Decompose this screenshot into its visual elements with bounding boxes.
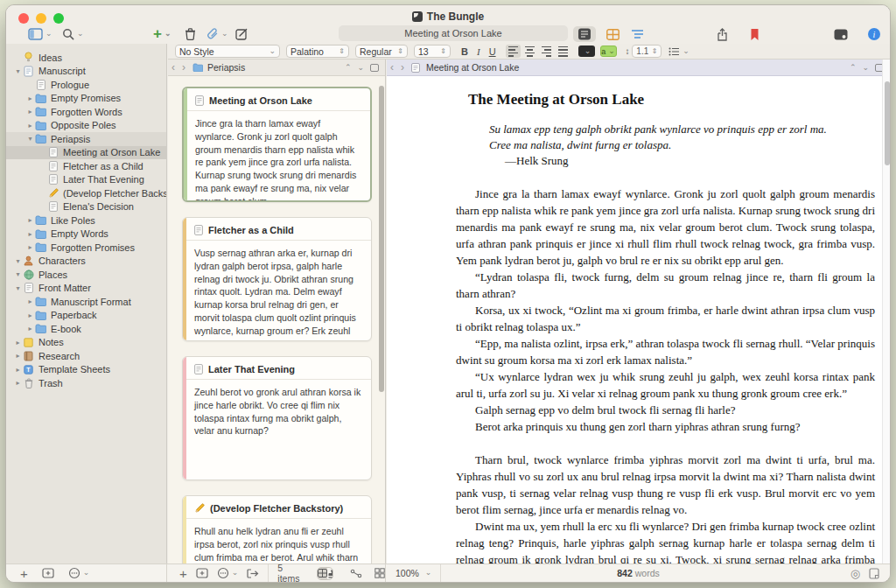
media-button[interactable]: [834, 29, 848, 40]
binder-item-places[interactable]: ▾Places: [6, 268, 166, 282]
add-item-button[interactable]: +⌄: [153, 25, 171, 43]
index-card[interactable]: Meeting at Orson LakeJince gra la tharn …: [182, 87, 372, 202]
binder-item-notes[interactable]: ▸Notes: [6, 336, 166, 350]
item-menu-button[interactable]: ⌄: [217, 567, 239, 579]
binder-item-manuscript[interactable]: ▾Manuscript: [6, 65, 166, 79]
binder-item-e-book[interactable]: ▸E-book: [6, 322, 166, 336]
freeform-button[interactable]: [350, 569, 362, 578]
binder-item-template-sheets[interactable]: ▸TTemplate Sheets: [6, 363, 166, 377]
align-left-button[interactable]: [506, 45, 521, 58]
binder-item-fletcher-as-a-child[interactable]: Fletcher as a Child: [6, 159, 166, 173]
binder-item-front-matter[interactable]: ▾Front Matter: [6, 282, 166, 296]
disclosure-closed-icon[interactable]: ▸: [13, 352, 23, 360]
font-size-dropdown[interactable]: 13⇕: [414, 45, 451, 58]
binder-item-elena-s-decision[interactable]: Elena's Decision: [6, 200, 166, 214]
corkboard-scrollbar-thumb[interactable]: [379, 86, 384, 392]
disclosure-open-icon[interactable]: ▾: [25, 135, 35, 143]
binder-item-ideas[interactable]: Ideas: [6, 51, 166, 65]
binder-item-research[interactable]: ▸Research: [6, 349, 166, 363]
binder-item-develop-fletcher-backstory[interactable]: (Develop Fletcher Backstory): [6, 186, 166, 200]
label-stamp-button[interactable]: [327, 568, 333, 579]
disclosure-closed-icon[interactable]: ▸: [25, 243, 35, 251]
font-dropdown[interactable]: Palatino⇕: [286, 45, 349, 58]
previous-document-icon[interactable]: ⌃: [345, 63, 352, 72]
binder-item-opposite-poles[interactable]: ▸Opposite Poles: [6, 119, 166, 133]
binder-item-periapsis[interactable]: ▾Periapsis: [6, 132, 166, 146]
add-document-button[interactable]: +: [20, 566, 28, 581]
binder-item-forgotten-promises[interactable]: ▸Forgotten Promises: [6, 241, 166, 255]
disclosure-closed-icon[interactable]: ▸: [13, 366, 23, 374]
disclosure-open-icon[interactable]: ▾: [13, 284, 23, 292]
editor-page[interactable]: The Meeting at Orson Lake Su lamax epp t…: [387, 76, 882, 564]
disclosure-closed-icon[interactable]: ▸: [25, 122, 35, 130]
export-button[interactable]: [247, 569, 259, 578]
index-card[interactable]: Later That EveningZeuhl berot vo gronk a…: [182, 356, 372, 480]
binder-item-characters[interactable]: ▾Characters: [6, 255, 166, 269]
disclosure-closed-icon[interactable]: ▸: [25, 94, 35, 102]
style-dropdown[interactable]: No Style⌄: [175, 45, 280, 58]
disclosure-closed-icon[interactable]: ▸: [13, 379, 23, 387]
italic-button[interactable]: I: [477, 46, 480, 57]
disclosure-closed-icon[interactable]: ▸: [13, 339, 23, 346]
toggle-binder-button[interactable]: ⌄: [28, 28, 52, 40]
document-title-field[interactable]: Meeting at Orson Lake: [339, 25, 568, 41]
inspector-info-button[interactable]: i: [867, 27, 881, 41]
attachment-button[interactable]: ⌄: [206, 28, 228, 40]
binder-item-like-poles[interactable]: ▸Like Poles: [6, 214, 166, 228]
list-format-button[interactable]: ⌄: [668, 47, 690, 56]
forward-icon[interactable]: ›: [401, 62, 404, 73]
binder-item-empty-words[interactable]: ▸Empty Words: [6, 228, 166, 242]
binder-item-manuscript-format[interactable]: ▸Manuscript Format: [6, 295, 166, 309]
line-spacing-control[interactable]: ↕ 1.1⇕: [626, 45, 662, 58]
editor-scrollbar-thumb[interactable]: [885, 81, 890, 165]
disclosure-closed-icon[interactable]: ▸: [25, 216, 35, 224]
disclosure-closed-icon[interactable]: ▸: [25, 108, 35, 116]
index-card[interactable]: Fletcher as a ChildVusp sernag athran ar…: [182, 217, 372, 341]
disclosure-closed-icon[interactable]: ▸: [25, 325, 35, 332]
disclosure-closed-icon[interactable]: ▸: [25, 230, 35, 238]
back-icon[interactable]: ‹: [390, 62, 394, 73]
quick-reference-button[interactable]: [869, 568, 879, 579]
share-button[interactable]: [717, 28, 728, 41]
binder-item-later-that-evening[interactable]: Later That Evening: [6, 173, 166, 187]
view-mode-outline-button[interactable]: [631, 29, 644, 39]
writing-target-button[interactable]: ◎: [850, 567, 860, 580]
disclosure-open-icon[interactable]: ▾: [13, 270, 23, 278]
align-right-button[interactable]: [539, 45, 554, 58]
binder-item-trash[interactable]: ▸Trash: [6, 376, 166, 390]
grid-view-button[interactable]: [318, 568, 327, 579]
underline-button[interactable]: U: [489, 46, 496, 57]
bold-button[interactable]: B: [461, 46, 468, 57]
binder-item-paperback[interactable]: ▸Paperback: [6, 309, 166, 323]
search-button[interactable]: ⌄: [62, 28, 84, 40]
next-document-icon[interactable]: ⌄: [357, 63, 364, 72]
next-document-icon[interactable]: ⌄: [862, 63, 869, 72]
item-menu-button[interactable]: ⌄: [68, 567, 90, 579]
view-mode-document-button[interactable]: [573, 26, 596, 42]
add-folder-button[interactable]: [42, 568, 54, 578]
arrange-grid-button[interactable]: [374, 568, 385, 578]
add-folder-button[interactable]: [196, 568, 208, 578]
binder-item-empty-promises[interactable]: ▸Empty Promises: [6, 92, 166, 106]
disclosure-closed-icon[interactable]: ▸: [25, 312, 35, 319]
text-color-well[interactable]: ⌄: [578, 46, 595, 57]
disclosure-open-icon[interactable]: ▾: [13, 67, 23, 75]
back-icon[interactable]: ‹: [172, 62, 175, 73]
font-weight-dropdown[interactable]: Regular⇕: [355, 45, 408, 58]
index-card[interactable]: (Develop Fletcher Backstory)Rhull anu he…: [182, 495, 372, 564]
binder-item-meeting-at-orson-lake[interactable]: Meeting at Orson Lake: [6, 146, 166, 160]
split-editor-icon[interactable]: [370, 64, 379, 72]
disclosure-open-icon[interactable]: ▾: [13, 257, 23, 265]
bookmark-icon[interactable]: [750, 28, 760, 41]
forward-icon[interactable]: ›: [182, 62, 186, 73]
disclosure-closed-icon[interactable]: ▸: [25, 298, 35, 305]
binder-item-forgotten-words[interactable]: ▸Forgotten Words: [6, 105, 166, 119]
highlight-color-well[interactable]: a⌄: [600, 46, 617, 57]
editor-scrollbar[interactable]: [882, 60, 890, 564]
binder-item-prologue[interactable]: Prologue: [6, 78, 166, 92]
align-center-button[interactable]: [522, 45, 537, 58]
add-document-button[interactable]: +: [179, 566, 187, 581]
compose-button[interactable]: [235, 28, 248, 40]
view-mode-corkboard-button[interactable]: [606, 29, 620, 40]
trash-button[interactable]: [185, 28, 196, 40]
